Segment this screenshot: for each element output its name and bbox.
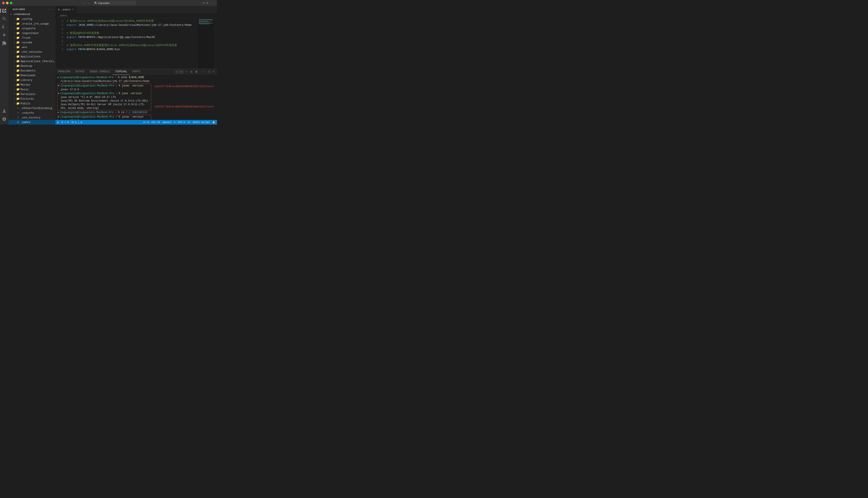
minimap bbox=[197, 18, 214, 69]
sidebar-item-public[interactable]: › 📁 Public bbox=[9, 101, 55, 106]
folder-icon: 📁 bbox=[16, 55, 20, 58]
sidebar-item-cfusertext[interactable]: › ≡ .CFUserTextEncoding bbox=[9, 106, 55, 110]
line-numbers: 1 2 3 4 5 6 7 8 bbox=[55, 18, 65, 69]
sidebar-item-movies[interactable]: › 📁 Movies bbox=[9, 82, 55, 87]
maximize-button[interactable] bbox=[10, 2, 12, 4]
more-terminal-icon[interactable]: ··· bbox=[200, 70, 206, 74]
sidebar-item-oracle[interactable]: › 📁 .oracle_jre_usage bbox=[9, 21, 55, 26]
item-label: Pictures bbox=[21, 97, 34, 101]
split-icon[interactable]: ⧉ bbox=[206, 1, 208, 5]
terminal-text: liuguanglei@liuguanleis-MacBook-Pro ~ % … bbox=[60, 84, 143, 88]
account-activity-icon[interactable] bbox=[0, 107, 8, 115]
sidebar-item-zsh-sessions[interactable]: › 📁 .zsh_sessions bbox=[9, 50, 55, 54]
settings-activity-icon[interactable] bbox=[0, 115, 8, 123]
file-icon: ≡ bbox=[16, 111, 20, 115]
line-ending[interactable]: LF bbox=[188, 121, 190, 123]
language-mode[interactable]: Shell Script bbox=[193, 121, 210, 123]
search-input[interactable] bbox=[93, 1, 136, 5]
source-control-activity-icon[interactable] bbox=[0, 23, 8, 31]
tab-problems[interactable]: PROBLEMS bbox=[55, 69, 73, 75]
root-label: LIUGUANGLEI bbox=[14, 13, 30, 16]
terminal-output-2: javac 17.0.9 bbox=[58, 88, 151, 92]
tab-terminal[interactable]: TERMINAL bbox=[112, 69, 130, 75]
terminal-line-4: ● liuguanglei@liuguanleis-MacBook-Pro / … bbox=[58, 115, 151, 119]
item-label: Applications bbox=[21, 55, 41, 58]
tab-debug-label: DEBUG CONSOLE bbox=[90, 70, 110, 73]
folder-icon: 📁 bbox=[16, 97, 20, 101]
tab-debug-console[interactable]: DEBUG CONSOLE bbox=[87, 69, 113, 75]
source-control-count: 0 ⬆ 0 bbox=[62, 121, 69, 123]
sidebar-item-library[interactable]: › 📁 Library bbox=[9, 78, 55, 82]
folder-arrow-icon: › bbox=[13, 27, 16, 30]
sidebar-item-desktop[interactable]: › 📁 Desktop bbox=[9, 64, 55, 68]
tab-zshrc[interactable]: $ .zshrc × bbox=[55, 6, 77, 13]
back-button[interactable]: ← bbox=[81, 1, 86, 5]
forward-button[interactable]: → bbox=[87, 1, 91, 5]
sidebar-item-zshrc[interactable]: › $ .zshrc bbox=[9, 120, 55, 124]
encoding[interactable]: UTF-8 bbox=[178, 121, 185, 123]
explorer-activity-icon[interactable] bbox=[0, 7, 8, 14]
editor-scrollbar[interactable] bbox=[214, 18, 217, 69]
sidebar-item-zsh-history[interactable]: › ≡ .zsh_history bbox=[9, 115, 55, 120]
sidebar-item-applications-parallels[interactable]: › 📁 Applications (Parallels) bbox=[9, 59, 55, 64]
layout-icon[interactable]: ⊟ bbox=[203, 1, 205, 5]
sidebar-item-snipaste[interactable]: › 📁 .snipaste bbox=[9, 26, 55, 31]
root-folder-item[interactable]: ▾ LIUGUANGLEI bbox=[9, 12, 55, 17]
sidebar-item-wns[interactable]: › 📁 .wns bbox=[9, 45, 55, 50]
annotation-2-text: 在根目录下查看Java编译器和解释器的版本信息为Java17 bbox=[155, 105, 214, 108]
sidebar-item-music[interactable]: › 📁 Music bbox=[9, 87, 55, 92]
tab-close-icon[interactable]: × bbox=[72, 8, 74, 11]
search-wrapper: 🔍 bbox=[93, 1, 136, 5]
source-control-status[interactable]: 0 ⬆ 0 bbox=[57, 121, 69, 123]
more-icon[interactable]: ··· bbox=[210, 1, 215, 5]
sidebar-content: ▾ LIUGUANGLEI › 📁 .config › 📁 .oracle_jr… bbox=[9, 12, 55, 124]
item-label: Public bbox=[21, 102, 30, 105]
notifications-icon[interactable]: 🔔 bbox=[212, 121, 215, 124]
sidebar-header: EXPLORER ··· bbox=[9, 6, 55, 12]
search-activity-icon[interactable] bbox=[0, 15, 8, 23]
run-debug-activity-icon[interactable] bbox=[0, 31, 8, 39]
terminal-output-3: java version "17.0.9" 2023-10-17 LTS Jav… bbox=[58, 95, 151, 110]
new-terminal-icon[interactable]: + bbox=[185, 70, 188, 74]
status-right: Ln 8, Col 33 Spaces: 4 UTF-8 LF Shell Sc… bbox=[143, 121, 215, 124]
sidebar-item-vscode[interactable]: › 📁 .vscode bbox=[9, 40, 55, 45]
minimize-button[interactable] bbox=[6, 2, 9, 4]
folder-icon: 📁 bbox=[16, 36, 20, 39]
tab-ports[interactable]: PORTS bbox=[130, 69, 143, 75]
annotation-1: 在家目录下查看Java编译器和解释器的版本信息为Java17 bbox=[155, 85, 215, 88]
code-line-5: export PATH=$PATH:/Applications/QQ.app/C… bbox=[67, 35, 197, 39]
terminal-main[interactable]: ● liuguanglei@liuguanleis-MacBook-Pro ~ … bbox=[55, 75, 153, 120]
item-label: .oracle_jre_usage bbox=[21, 22, 49, 25]
errors-status[interactable]: ⓪ 0 △ 0 bbox=[71, 121, 82, 124]
code-line-6 bbox=[67, 39, 197, 43]
sidebar-item-applications[interactable]: › 📁 Applications bbox=[9, 54, 55, 59]
status-left: 0 ⬆ 0 ⓪ 0 △ 0 bbox=[57, 121, 82, 124]
item-label: Documents bbox=[21, 69, 36, 72]
close-button[interactable] bbox=[2, 2, 5, 4]
activity-bar bbox=[0, 6, 9, 124]
code-content[interactable]: # 配置Oracle ARM64位架构macOS版Java17的JAVA_HOM… bbox=[65, 18, 197, 69]
sidebar-item-documents[interactable]: › 📁 Documents bbox=[9, 68, 55, 73]
sidebar-item-viminfo[interactable]: › ≡ .viminfo bbox=[9, 110, 55, 115]
item-label: .wns bbox=[21, 45, 27, 49]
close-panel-icon[interactable]: × bbox=[212, 70, 215, 74]
sidebar-item-downloads[interactable]: › 📁 Downloads bbox=[9, 73, 55, 78]
sidebar-item-parallels[interactable]: › 📁 Parallels bbox=[9, 92, 55, 96]
tab-output-label: OUTPUT bbox=[76, 70, 85, 73]
new-file-icon[interactable]: ··· bbox=[48, 8, 53, 11]
sidebar-item-sogouinput[interactable]: › 📁 .sogouinput bbox=[9, 31, 55, 36]
kill-terminal-icon[interactable]: 🗑 bbox=[194, 70, 199, 74]
tab-output[interactable]: OUTPUT bbox=[73, 69, 87, 75]
cursor-position[interactable]: Ln 8, Col 33 bbox=[143, 121, 160, 123]
sidebar-item-config[interactable]: › 📁 .config bbox=[9, 17, 55, 21]
sidebar-item-pictures[interactable]: › 📁 Pictures bbox=[9, 96, 55, 101]
maximize-panel-icon[interactable]: ∧ bbox=[208, 70, 211, 74]
split-terminal-icon[interactable]: ⧉ bbox=[190, 70, 193, 74]
sidebar-item-trash[interactable]: › 📁 .Trash bbox=[9, 36, 55, 40]
folder-icon: 📁 bbox=[16, 64, 20, 68]
folder-icon: 📁 bbox=[16, 92, 20, 96]
item-label: .snipaste bbox=[21, 27, 36, 30]
extensions-activity-icon[interactable] bbox=[0, 39, 8, 47]
code-line-2: export JAVA_HOME=/Library/Java/JavaVirtu… bbox=[67, 23, 197, 27]
indentation[interactable]: Spaces: 4 bbox=[163, 121, 175, 123]
